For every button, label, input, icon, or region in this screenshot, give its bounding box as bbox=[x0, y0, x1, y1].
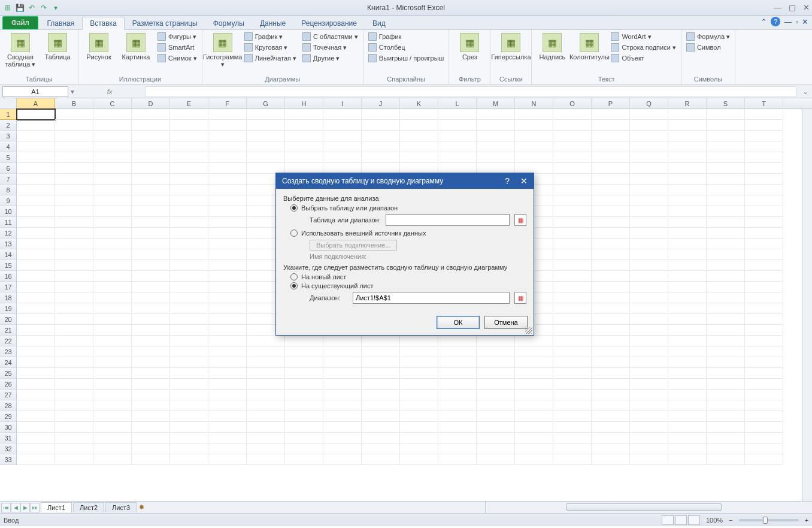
cell[interactable] bbox=[170, 411, 208, 422]
cell[interactable] bbox=[93, 443, 132, 454]
cell[interactable] bbox=[438, 433, 477, 443]
cell[interactable] bbox=[400, 433, 438, 443]
cell[interactable] bbox=[400, 120, 438, 131]
cell[interactable] bbox=[592, 249, 630, 260]
col-header[interactable]: E bbox=[170, 98, 208, 108]
cell[interactable] bbox=[285, 109, 323, 120]
cell[interactable] bbox=[55, 292, 93, 303]
cell[interactable] bbox=[668, 303, 707, 314]
cell[interactable] bbox=[285, 141, 323, 152]
minimize-icon[interactable]: — bbox=[774, 3, 781, 12]
row-header[interactable]: 9 bbox=[0, 195, 17, 206]
cell[interactable] bbox=[93, 141, 132, 152]
cell[interactable] bbox=[247, 379, 285, 390]
cell[interactable] bbox=[515, 411, 553, 422]
cell[interactable] bbox=[515, 422, 553, 433]
cell[interactable] bbox=[17, 271, 55, 282]
cell[interactable] bbox=[132, 454, 170, 465]
cell[interactable] bbox=[477, 390, 515, 400]
cell[interactable] bbox=[707, 131, 745, 141]
cell[interactable] bbox=[745, 368, 783, 379]
ribbon-bigbtn[interactable]: ▦Сводная таблица ▾ bbox=[4, 32, 37, 68]
cell[interactable] bbox=[592, 443, 630, 454]
cell[interactable] bbox=[17, 368, 55, 379]
cell[interactable] bbox=[745, 120, 783, 131]
cell[interactable] bbox=[745, 454, 783, 465]
ribbon-smallbtn[interactable]: Символ bbox=[685, 43, 731, 52]
cell[interactable] bbox=[93, 411, 132, 422]
cell[interactable] bbox=[668, 443, 707, 454]
cell[interactable] bbox=[93, 390, 132, 400]
cell[interactable] bbox=[208, 400, 247, 411]
cell[interactable] bbox=[707, 282, 745, 292]
cell[interactable] bbox=[55, 185, 93, 195]
cell[interactable] bbox=[707, 217, 745, 228]
cell[interactable] bbox=[592, 368, 630, 379]
cell[interactable] bbox=[553, 433, 592, 443]
cell[interactable] bbox=[400, 357, 438, 368]
row-header[interactable]: 30 bbox=[0, 422, 17, 433]
cell[interactable] bbox=[170, 260, 208, 271]
cell[interactable] bbox=[362, 357, 400, 368]
cell[interactable] bbox=[208, 163, 247, 174]
sheet-nav-prev-icon[interactable]: ◀ bbox=[11, 503, 20, 512]
cell[interactable] bbox=[170, 336, 208, 346]
cell[interactable] bbox=[93, 260, 132, 271]
cell[interactable] bbox=[362, 152, 400, 163]
row-header[interactable]: 26 bbox=[0, 379, 17, 390]
cell[interactable] bbox=[55, 120, 93, 131]
cell[interactable] bbox=[630, 357, 668, 368]
cell[interactable] bbox=[208, 292, 247, 303]
cell[interactable] bbox=[515, 433, 553, 443]
cell[interactable] bbox=[745, 357, 783, 368]
cell[interactable] bbox=[132, 109, 170, 120]
cell[interactable] bbox=[132, 336, 170, 346]
cell[interactable] bbox=[592, 174, 630, 185]
cell[interactable] bbox=[208, 120, 247, 131]
ribbon-bigbtn[interactable]: ▦Надпись bbox=[535, 32, 569, 61]
cell[interactable] bbox=[208, 454, 247, 465]
cell[interactable] bbox=[707, 141, 745, 152]
ribbon-tab-2[interactable]: Разметка страницы bbox=[125, 17, 205, 29]
cell[interactable] bbox=[17, 163, 55, 174]
cell[interactable] bbox=[553, 217, 592, 228]
cell[interactable] bbox=[745, 443, 783, 454]
cell[interactable] bbox=[208, 260, 247, 271]
row-header[interactable]: 1 bbox=[0, 109, 17, 120]
cell[interactable] bbox=[362, 336, 400, 346]
cell[interactable] bbox=[208, 411, 247, 422]
cell[interactable] bbox=[400, 443, 438, 454]
cell[interactable] bbox=[668, 120, 707, 131]
row-header[interactable]: 20 bbox=[0, 314, 17, 325]
cell[interactable] bbox=[592, 131, 630, 141]
cell[interactable] bbox=[438, 120, 477, 131]
cell[interactable] bbox=[477, 357, 515, 368]
cell[interactable] bbox=[592, 260, 630, 271]
cell[interactable] bbox=[592, 195, 630, 206]
cell[interactable] bbox=[707, 109, 745, 120]
cell[interactable] bbox=[247, 443, 285, 454]
cell[interactable] bbox=[553, 163, 592, 174]
cell[interactable] bbox=[247, 120, 285, 131]
cell[interactable] bbox=[55, 336, 93, 346]
col-header[interactable]: B bbox=[55, 98, 93, 108]
cell[interactable] bbox=[323, 109, 362, 120]
ribbon-bigbtn[interactable]: ▦Гиперссылка bbox=[494, 32, 528, 61]
cell[interactable] bbox=[93, 195, 132, 206]
cell[interactable] bbox=[707, 368, 745, 379]
sheet-nav-last-icon[interactable]: ⏭ bbox=[30, 503, 40, 512]
ribbon-bigbtn[interactable]: ▦Срез bbox=[453, 32, 486, 61]
cell[interactable] bbox=[668, 195, 707, 206]
cell[interactable] bbox=[247, 400, 285, 411]
cell[interactable] bbox=[553, 422, 592, 433]
cell[interactable] bbox=[668, 249, 707, 260]
cell[interactable] bbox=[630, 433, 668, 443]
cell[interactable] bbox=[93, 109, 132, 120]
cell[interactable] bbox=[515, 400, 553, 411]
cell[interactable] bbox=[745, 141, 783, 152]
cell[interactable] bbox=[400, 400, 438, 411]
row-header[interactable]: 19 bbox=[0, 303, 17, 314]
cell[interactable] bbox=[93, 282, 132, 292]
cell[interactable] bbox=[553, 314, 592, 325]
cell[interactable] bbox=[477, 346, 515, 357]
